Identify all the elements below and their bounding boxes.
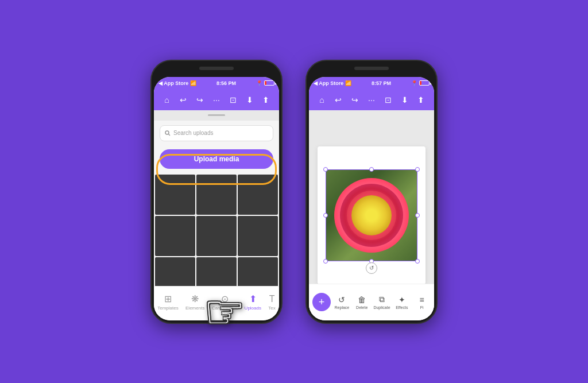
nav-elements-label: Elements	[185, 305, 204, 311]
copy-icon[interactable]: ⊡	[226, 93, 240, 107]
status-right-left: 📍	[256, 80, 274, 86]
handle-top-right[interactable]	[415, 167, 420, 172]
panel-header	[154, 110, 279, 121]
flower-center	[351, 195, 392, 235]
home-icon-right[interactable]: ⌂	[315, 93, 328, 107]
phone-right: ◀ App Store 📶 8:57 PM 📍 ⌂ ↩ ↪	[305, 60, 438, 324]
duplicate-label: Duplicate	[373, 305, 390, 310]
handle-middle-left[interactable]	[323, 213, 328, 218]
share-icon-right[interactable]: ⬆	[414, 93, 428, 107]
panel-handle	[208, 114, 225, 116]
action-filter[interactable]: ≡ Fi	[413, 295, 431, 310]
flower-photo	[326, 169, 417, 261]
grid-cell-6[interactable]	[238, 216, 278, 256]
media-grid	[154, 173, 279, 299]
download-icon-right[interactable]: ⬇	[398, 93, 412, 107]
phone-left: ◀ App Store 📶 8:56 PM 📍 ⌂ ↩ ↪	[150, 60, 283, 324]
templates-icon: ⊞	[164, 293, 172, 304]
effects-icon: ✦	[399, 295, 405, 304]
canvas-card[interactable]: ↺	[318, 146, 425, 284]
share-icon[interactable]: ⬆	[259, 93, 273, 107]
nav-text[interactable]: T Tex	[268, 294, 275, 311]
replace-label: Replace	[335, 305, 350, 310]
fab-add-button[interactable]: +	[312, 293, 331, 311]
action-delete[interactable]: 🗑 Delete	[353, 295, 371, 310]
carrier-text-right: ◀ App Store	[314, 80, 343, 86]
delete-icon: 🗑	[358, 295, 366, 304]
handle-bottom-left[interactable]	[323, 259, 328, 264]
status-bar-right: ◀ App Store 📶 8:57 PM 📍	[309, 77, 434, 90]
more-icon[interactable]: ···	[210, 93, 223, 107]
wifi-icon-right: 📶	[345, 80, 351, 86]
battery-fill-right	[420, 81, 421, 85]
undo-icon-right[interactable]: ↩	[331, 93, 345, 107]
status-right-right: 📍	[411, 80, 430, 86]
status-bar-left: ◀ App Store 📶 8:56 PM 📍	[154, 77, 279, 90]
status-left: ◀ App Store 📶	[158, 80, 196, 86]
status-right-left: ◀ App Store 📶	[314, 80, 351, 86]
toolbar-left: ⌂ ↩ ↪ ··· ⊡ ⬇ ⬆	[154, 90, 279, 110]
rotate-handle[interactable]: ↺	[366, 262, 377, 274]
flower-background	[326, 170, 417, 261]
redo-icon-right[interactable]: ↪	[348, 93, 362, 107]
replace-icon: ↺	[338, 295, 345, 304]
battery-icon	[264, 80, 274, 86]
svg-point-0	[165, 131, 169, 134]
uploads-icon: ⬆	[249, 293, 257, 304]
location-icon: 📍	[256, 80, 262, 86]
download-icon[interactable]: ⬇	[243, 93, 257, 107]
filter-icon: ≡	[420, 295, 424, 304]
battery-fill	[265, 81, 266, 85]
nav-templates[interactable]: ⊞ Templates	[157, 293, 178, 311]
handle-bottom-right[interactable]	[415, 259, 420, 264]
nav-text-label: Tex	[268, 305, 275, 311]
copy-icon-right[interactable]: ⊡	[381, 93, 395, 107]
nav-uploads[interactable]: ⬆ Uploads	[245, 293, 261, 311]
action-effects[interactable]: ✦ Effects	[393, 295, 411, 310]
grid-cell-4[interactable]	[155, 216, 195, 256]
nav-uploads-label: Uploads	[245, 305, 261, 311]
search-input[interactable]: Search uploads	[160, 125, 273, 141]
delete-label: Delete	[356, 305, 368, 310]
svg-line-1	[169, 134, 171, 136]
nav-elements[interactable]: ❋ Elements	[185, 293, 204, 311]
phone-right-screen: ◀ App Store 📶 8:57 PM 📍 ⌂ ↩ ↪	[309, 77, 434, 320]
time-display-right: 8:57 PM	[372, 80, 391, 86]
time-display: 8:56 PM	[216, 80, 236, 86]
filter-label: Fi	[420, 305, 424, 310]
carrier-text: ◀ App Store	[158, 80, 188, 86]
grid-cell-5[interactable]	[196, 216, 237, 256]
text-icon: T	[269, 294, 275, 304]
handle-middle-right[interactable]	[415, 213, 420, 218]
more-icon-right[interactable]: ···	[365, 93, 378, 107]
action-replace[interactable]: ↺ Replace	[333, 295, 351, 310]
redo-icon[interactable]: ↪	[193, 93, 207, 107]
search-icon	[165, 130, 171, 136]
elements-icon: ❋	[191, 293, 199, 304]
action-duplicate[interactable]: ⧉ Duplicate	[373, 295, 391, 310]
home-icon[interactable]: ⌂	[160, 93, 173, 107]
phone-right-body: ◀ App Store 📶 8:57 PM 📍 ⌂ ↩ ↪	[305, 60, 438, 324]
phone-left-screen: ◀ App Store 📶 8:56 PM 📍 ⌂ ↩ ↪	[154, 77, 279, 320]
search-placeholder: Search uploads	[173, 130, 214, 136]
location-icon-right: 📍	[411, 80, 417, 86]
upload-highlight-border	[156, 154, 277, 185]
handle-top-center[interactable]	[369, 167, 374, 172]
phone-left-body: ◀ App Store 📶 8:56 PM 📍 ⌂ ↩ ↪	[150, 60, 283, 324]
hand-cursor: ☞	[204, 289, 245, 335]
toolbar-right: ⌂ ↩ ↪ ··· ⊡ ⬇ ⬆	[309, 90, 434, 110]
action-bar: + ↺ Replace 🗑 Delete ⧉ Duplicate ✦	[309, 284, 434, 320]
nav-templates-label: Templates	[157, 305, 178, 311]
wifi-icon: 📶	[190, 80, 196, 86]
search-bar-area: Search uploads	[154, 121, 279, 145]
selected-image[interactable]: ↺	[326, 169, 417, 261]
battery-icon-right	[419, 80, 430, 86]
effects-label: Effects	[396, 305, 408, 310]
undo-icon[interactable]: ↩	[176, 93, 190, 107]
duplicate-icon: ⧉	[379, 295, 385, 304]
handle-top-left[interactable]	[323, 167, 328, 172]
